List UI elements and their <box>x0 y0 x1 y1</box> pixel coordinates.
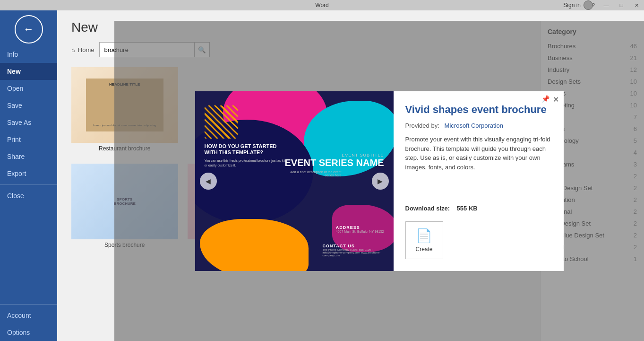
sidebar-item-options[interactable]: Options <box>0 324 57 341</box>
minimize-button[interactable]: — <box>599 0 614 10</box>
modal-next-button[interactable]: ▶ <box>372 173 389 190</box>
modal-info-panel: Vivid shapes event brochure Provided by:… <box>394 91 564 271</box>
sign-in-label: Sign in <box>563 2 581 9</box>
modal-description: Promote your event with this visually en… <box>405 135 552 197</box>
sidebar-item-account[interactable]: Account <box>0 307 57 324</box>
preview-address-section: ADDRESS 4567 Main St. Buffalo, NY 98152 <box>336 225 384 233</box>
preview-address-label: ADDRESS <box>336 225 384 230</box>
restore-button[interactable]: □ <box>614 0 629 10</box>
sidebar-item-export[interactable]: Export <box>0 165 57 182</box>
home-icon: ⌂ <box>71 46 75 53</box>
window-controls: ? — □ ✕ <box>588 0 644 10</box>
title-bar: Word Sign in ? — □ ✕ <box>0 0 644 10</box>
preview-event-series: EVENT SERIES NAME <box>284 157 384 168</box>
chevron-right-icon: ▶ <box>378 177 383 185</box>
modal-provided-by: Provided by: Microsoft Corporation <box>405 122 552 129</box>
download-size-value: 555 KB <box>457 205 478 212</box>
sidebar-bottom: Account Options <box>0 302 57 341</box>
sidebar-item-save[interactable]: Save <box>0 97 57 114</box>
chevron-left-icon: ◀ <box>206 177 211 185</box>
app-title: Word <box>315 2 328 9</box>
sidebar-item-new[interactable]: New <box>0 63 57 80</box>
main-content: New ⌂ Home 🔍 HEADLINE TITLE Lorem ipsum … <box>57 10 644 341</box>
shape-orange <box>200 219 309 271</box>
preview-body-text: You can use this fresh, professional bro… <box>205 158 290 168</box>
preview-left-text: HOW DO YOU GET STARTED WITH THIS TEMPLAT… <box>205 143 290 168</box>
sidebar-item-print[interactable]: Print <box>0 131 57 148</box>
sidebar: ← Info New Open Save Save As Print Share… <box>0 10 57 341</box>
sidebar-item-save-as[interactable]: Save As <box>0 114 57 131</box>
create-label: Create <box>415 246 432 253</box>
create-document-icon: 📄 <box>416 228 432 244</box>
modal-preview: HOW DO YOU GET STARTED WITH THIS TEMPLAT… <box>195 91 394 271</box>
preview-contact-section: CONTACT US The Phone Company | (206) 555… <box>323 244 384 257</box>
modal-provider-link[interactable]: Microsoft Corporation <box>445 122 503 129</box>
preview-background: HOW DO YOU GET STARTED WITH THIS TEMPLAT… <box>195 91 394 271</box>
modal-dialog: ✕ 📌 HOW DO YOU GET STARTE <box>195 91 564 271</box>
sidebar-item-close[interactable]: Close <box>0 187 57 204</box>
help-button[interactable]: ? <box>588 0 599 10</box>
modal-title: Vivid shapes event brochure <box>405 103 552 117</box>
breadcrumb-home[interactable]: ⌂ Home <box>71 46 94 53</box>
preview-event-info: EVENT SUBTITLE EVENT SERIES NAME Add a b… <box>284 153 384 177</box>
preview-contact-info: The Phone Company | (206) 555-0100 | inf… <box>323 248 384 257</box>
sidebar-item-open[interactable]: Open <box>0 80 57 97</box>
modal-download-size: Download size: 555 KB <box>405 205 552 212</box>
preview-headline: HOW DO YOU GET STARTED WITH THIS TEMPLAT… <box>205 143 290 156</box>
shape-stripes <box>205 105 238 139</box>
modal-prev-button[interactable]: ◀ <box>200 173 217 190</box>
close-button[interactable]: ✕ <box>629 0 644 10</box>
provided-by-label: Provided by: <box>405 122 439 129</box>
sidebar-item-info[interactable]: Info <box>0 46 57 63</box>
create-button[interactable]: 📄 Create <box>405 221 443 259</box>
sidebar-divider <box>0 184 57 185</box>
preview-event-subtitle: EVENT SUBTITLE <box>284 153 384 157</box>
pin-icon[interactable]: 📌 <box>541 95 550 103</box>
preview-contact-label: CONTACT US <box>323 244 384 248</box>
preview-address: 4567 Main St. Buffalo, NY 98152 <box>336 230 384 233</box>
modal-close-button[interactable]: ✕ <box>553 95 559 104</box>
back-arrow-icon: ← <box>24 23 34 35</box>
sidebar-divider-2 <box>0 304 57 305</box>
modal-body: HOW DO YOU GET STARTED WITH THIS TEMPLAT… <box>195 91 564 271</box>
preview-event-desc: Add a brief description of the event ser… <box>284 170 341 177</box>
modal-overlay: ✕ 📌 HOW DO YOU GET STARTE <box>114 21 644 341</box>
back-button[interactable]: ← <box>15 15 43 44</box>
sidebar-item-share[interactable]: Share <box>0 148 57 165</box>
download-label: Download size: <box>405 205 450 212</box>
